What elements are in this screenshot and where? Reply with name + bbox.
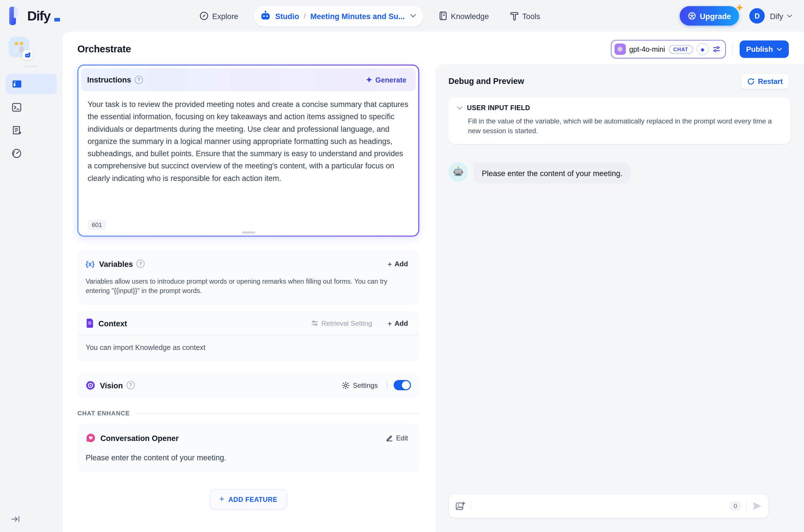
send-button[interactable] [752,501,762,510]
pencil-icon [386,434,393,441]
app-icon[interactable] [9,37,29,57]
chevron-down-icon [410,14,416,18]
variables-title: Variables [99,260,133,268]
attach-image-button[interactable] [455,501,465,511]
context-header: Context Retrieval Setting + Add [77,311,419,336]
restart-button[interactable]: Restart [741,73,789,89]
edit-opener-button[interactable]: Edit [383,434,411,442]
retrieval-setting-button[interactable]: Retrieval Setting [308,319,375,328]
help-icon[interactable]: ? [135,76,143,84]
gauge-icon [12,148,22,158]
chat-conversation-area: Please enter the content of your meeting… [435,144,804,494]
model-parameters-icon[interactable] [712,45,720,53]
model-feature-badge: ◆ [696,43,709,55]
book-icon [438,12,447,20]
hammer-icon [510,12,519,20]
plus-icon: + [219,495,224,504]
toolbar-divider [732,42,733,56]
user-input-field-title: USER INPUT FIELD [467,104,530,112]
add-feature-button[interactable]: + ADD FEATURE [209,489,287,510]
instructions-textarea[interactable]: Your task is to review the provided meet… [81,91,416,213]
orchestrate-window-icon [12,78,23,90]
gem-icon [688,12,696,20]
sidebar-item-api-access[interactable] [6,97,57,117]
nav-knowledge-label: Knowledge [451,12,489,20]
variables-braces-icon: {x} [86,260,94,268]
publish-label: Publish [746,45,773,53]
sidebar-item-orchestrate[interactable] [6,74,57,94]
gear-icon [342,381,350,389]
model-selector[interactable]: ✻ gpt-4o-mini CHAT ◆ [611,40,726,58]
upgrade-button[interactable]: Upgrade ✦ [680,6,739,25]
plus-icon: + [387,260,392,268]
sidebar-item-logs[interactable] [6,120,57,140]
conversation-opener-header: Conversation Opener Edit [77,424,419,445]
context-document-icon [86,319,94,328]
toggle-knob [402,381,410,389]
variables-section: {x} Variables ? + Add Variables allow us… [77,249,419,305]
user-input-field-card: USER INPUT FIELD Fill in the value of th… [449,97,790,144]
user-avatar[interactable]: D [749,8,765,24]
expand-sidebar-icon [12,515,20,523]
chevron-down-icon [457,106,463,110]
instructions-footer: 601 [81,213,416,235]
nav-studio-label: Studio [275,12,299,20]
retrieval-setting-label: Retrieval Setting [322,319,372,327]
char-counter: 0 [729,501,741,511]
chat-input-bar: 0 [449,494,769,518]
dify-logo[interactable]: Dify [9,6,60,25]
instructions-panel: Instructions ? ✦ Generate Your task is t… [77,64,419,237]
debug-header: Debug and Preview Restart [449,73,789,89]
variables-header: {x} Variables ? + Add [77,249,419,271]
char-count-badge: 601 [88,220,106,230]
image-add-icon [455,501,465,511]
compass-icon [199,12,208,20]
toolbar-right: ✻ gpt-4o-mini CHAT ◆ Publish [611,40,789,58]
chat-message-input[interactable] [476,494,729,518]
vision-settings-button[interactable]: Settings [339,381,381,390]
breadcrumb-separator: / [304,12,306,20]
plus-icon: + [387,319,392,328]
chevron-down-icon[interactable] [787,14,792,18]
vision-toggle[interactable] [394,380,411,390]
conversation-opener-section: Conversation Opener Edit Please enter th… [77,424,419,472]
context-title: Context [98,319,127,328]
sidebar-item-monitoring[interactable] [6,143,57,163]
conversation-opener-title: Conversation Opener [100,434,179,442]
robot-face-icon [452,166,464,178]
add-variable-button[interactable]: + Add [384,259,411,269]
help-icon[interactable]: ? [126,381,135,389]
user-input-field-header[interactable]: USER INPUT FIELD [457,104,781,112]
chat-enhance-section-header: CHAT ENHANCE [77,410,419,417]
conversation-opener-message: Please enter the content of your meeting… [77,445,419,462]
openai-icon: ✻ [615,43,626,55]
nav-explore[interactable]: Explore [199,12,238,20]
nav-tools[interactable]: Tools [510,12,540,20]
publish-button[interactable]: Publish [739,40,789,58]
variables-description: Variables allow users to introduce promp… [77,271,419,305]
sidebar-divider [24,66,38,66]
breadcrumb-app-name: Meeting Minutes and Su... [310,12,405,20]
nav-knowledge[interactable]: Knowledge [438,12,489,20]
model-type-badge: CHAT [669,45,693,54]
add-context-button[interactable]: + Add [384,318,411,328]
add-feature-label: ADD FEATURE [228,496,277,503]
top-navigation: Dify Explore Studio / [0,0,804,32]
studio-breadcrumb-pill[interactable]: Studio / Meeting Minutes and Su... [254,5,423,26]
divider [746,501,747,511]
add-variable-label: Add [395,260,408,268]
logo-cursor-block [54,18,60,21]
resize-handle[interactable] [242,232,255,233]
sidebar-collapse-button[interactable] [12,515,20,523]
bot-message-row: Please enter the content of your meeting… [449,163,790,184]
help-icon[interactable]: ? [136,260,145,268]
orchestrate-toolbar: Orchestrate ✻ gpt-4o-mini CHAT ◆ [62,32,804,59]
vision-section: Vision ? Settings [77,373,419,397]
logo-text: Dify [27,8,50,24]
upgrade-label: Upgrade [700,12,731,20]
refresh-icon [747,78,754,85]
account-name: Dify [770,12,783,20]
context-description: You can import Knowledge as context [77,336,419,361]
generate-button[interactable]: ✦ Generate [363,75,409,84]
nav-explore-label: Explore [212,12,238,20]
